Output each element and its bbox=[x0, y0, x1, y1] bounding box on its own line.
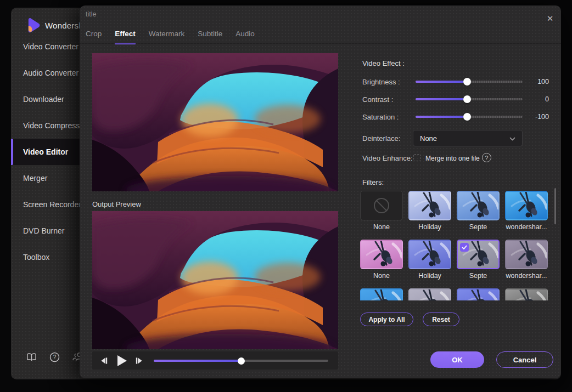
guide-book-icon[interactable] bbox=[26, 351, 37, 362]
filter-thumb[interactable] bbox=[505, 288, 548, 300]
close-icon[interactable]: ✕ bbox=[544, 13, 556, 25]
next-frame-icon[interactable] bbox=[133, 351, 145, 370]
slider-row-contrast: Contrast :0 bbox=[362, 94, 552, 105]
tab-effect[interactable]: Effect bbox=[115, 30, 136, 44]
merge-checkbox[interactable] bbox=[413, 154, 420, 161]
progress-fill bbox=[154, 360, 241, 362]
slider-fill bbox=[416, 98, 467, 100]
filter-thumbnail[interactable] bbox=[408, 240, 451, 269]
filter-holiday[interactable]: Holiday bbox=[408, 240, 451, 281]
filter-row: None Holiday Septe wondershar... bbox=[360, 191, 552, 232]
filter-name: Holiday bbox=[408, 223, 451, 232]
deinterlace-select[interactable]: None bbox=[413, 130, 523, 146]
filter-name: None bbox=[360, 272, 403, 281]
cancel-button[interactable]: Cancel bbox=[496, 351, 553, 368]
video-enhance-label: Video Enhance: bbox=[362, 154, 413, 162]
filter-name: Holiday bbox=[408, 272, 451, 281]
filter-septe[interactable]: Septe bbox=[457, 191, 500, 232]
apply-to-all-button[interactable]: Apply to All bbox=[360, 313, 413, 326]
ok-button[interactable]: OK bbox=[430, 351, 484, 368]
slider-handle[interactable] bbox=[463, 78, 471, 86]
dialog-title: title bbox=[86, 10, 96, 18]
tab-crop[interactable]: Crop bbox=[86, 30, 102, 44]
merge-checkbox-label: Merge into one file bbox=[425, 155, 480, 162]
no-filter-thumbnail[interactable] bbox=[360, 191, 403, 220]
filter-thumbnail[interactable] bbox=[360, 240, 403, 269]
slider-label: Brightness : bbox=[362, 78, 400, 86]
slider-row-saturation: Saturation :-100 bbox=[362, 111, 552, 122]
progress-handle[interactable] bbox=[238, 357, 245, 365]
video-edit-dialog: title ✕ CropEffectWatermarkSubtitleAudio… bbox=[80, 5, 561, 378]
filter-name: wondershar... bbox=[505, 272, 548, 281]
effect-panel: Video Effect : Brightness :100Contrast :… bbox=[362, 55, 552, 373]
help-icon[interactable]: ? bbox=[49, 351, 60, 362]
brightness-slider[interactable] bbox=[416, 81, 523, 83]
slider-label: Saturation : bbox=[362, 113, 399, 121]
filter-none[interactable]: None bbox=[360, 240, 403, 281]
filter-thumb[interactable] bbox=[360, 288, 403, 300]
no-entry-icon bbox=[372, 196, 391, 215]
filter-thumbnail[interactable] bbox=[505, 288, 548, 300]
slider-value: 0 bbox=[519, 95, 549, 103]
dialog-tabs: CropEffectWatermarkSubtitleAudio bbox=[86, 30, 255, 44]
filter-thumbnail[interactable] bbox=[505, 191, 548, 220]
tab-divider bbox=[80, 43, 561, 44]
play-icon[interactable] bbox=[114, 351, 130, 370]
output-preview-label: Output Preview bbox=[92, 200, 141, 208]
reset-button[interactable]: Reset bbox=[423, 313, 459, 326]
filter-name: Septe bbox=[457, 272, 500, 281]
slider-handle[interactable] bbox=[463, 113, 471, 121]
filter-thumbnail[interactable] bbox=[505, 240, 548, 269]
filter-name: wondershar... bbox=[505, 223, 548, 232]
filter-thumbnail[interactable] bbox=[408, 191, 451, 220]
filter-thumbnail[interactable] bbox=[457, 191, 500, 220]
filter-name: None bbox=[360, 223, 403, 232]
slider-handle[interactable] bbox=[463, 95, 471, 103]
filter-row bbox=[360, 288, 552, 300]
selected-check-icon bbox=[460, 243, 469, 252]
merge-help-icon[interactable]: ? bbox=[482, 153, 491, 162]
deinterlace-value: None bbox=[420, 134, 437, 143]
slider-value: 100 bbox=[519, 78, 549, 86]
filter-wondershar[interactable]: wondershar... bbox=[505, 240, 548, 281]
slider-fill bbox=[416, 116, 467, 118]
slider-label: Contrast : bbox=[362, 95, 393, 104]
svg-text:?: ? bbox=[53, 354, 56, 360]
filters-scrollbar[interactable] bbox=[554, 188, 556, 224]
filter-thumbnail[interactable] bbox=[360, 288, 403, 300]
contrast-slider[interactable] bbox=[416, 98, 523, 100]
previous-frame-icon[interactable] bbox=[98, 351, 110, 370]
filter-thumbnail[interactable] bbox=[457, 240, 500, 269]
chevron-down-icon bbox=[509, 134, 515, 143]
filter-septe[interactable]: Septe bbox=[457, 240, 500, 281]
filter-thumbnail[interactable] bbox=[408, 288, 451, 300]
tab-audio[interactable]: Audio bbox=[235, 30, 255, 44]
wondershare-logo-icon bbox=[26, 18, 41, 33]
filter-row: None Holiday Septe wondershar... bbox=[360, 240, 552, 281]
transport-bar bbox=[92, 351, 338, 370]
filter-wondershar[interactable]: wondershar... bbox=[505, 191, 548, 232]
filter-thumbnail[interactable] bbox=[457, 288, 500, 300]
filter-thumb[interactable] bbox=[457, 288, 500, 300]
deinterlace-label: Deinterlace: bbox=[362, 134, 400, 143]
filters-label: Filters: bbox=[362, 178, 384, 186]
output-preview bbox=[92, 211, 338, 349]
source-preview bbox=[92, 53, 338, 191]
tab-watermark[interactable]: Watermark bbox=[149, 30, 185, 44]
sidebar-footer: ? bbox=[26, 351, 83, 362]
playback-progress-slider[interactable] bbox=[154, 360, 328, 362]
tab-subtitle[interactable]: Subtitle bbox=[198, 30, 222, 44]
slider-fill bbox=[416, 81, 467, 83]
filter-none[interactable]: None bbox=[360, 191, 403, 232]
video-effect-title: Video Effect : bbox=[362, 59, 405, 67]
filter-name: Septe bbox=[457, 223, 500, 232]
slider-row-brightness: Brightness :100 bbox=[362, 76, 552, 87]
filter-holiday[interactable]: Holiday bbox=[408, 191, 451, 232]
slider-value: -100 bbox=[519, 113, 549, 121]
filter-thumb[interactable] bbox=[408, 288, 451, 300]
filter-grid: None Holiday Septe wondershar... bbox=[360, 191, 552, 300]
saturation-slider[interactable] bbox=[416, 116, 523, 118]
